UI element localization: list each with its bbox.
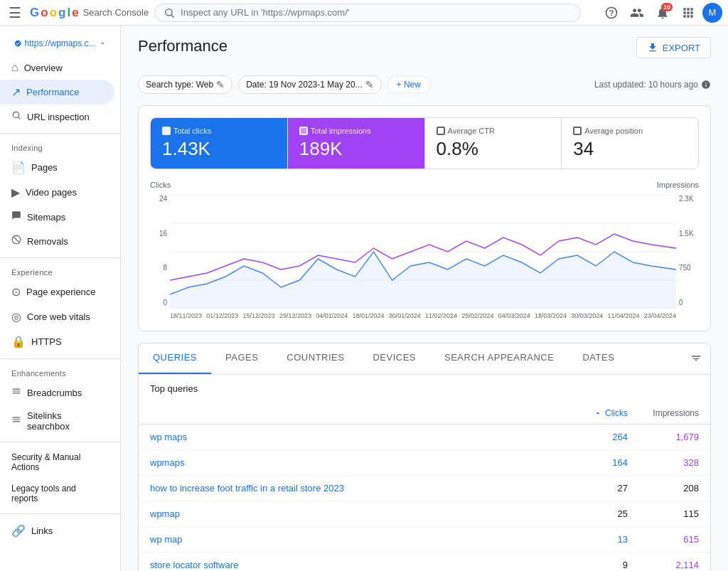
sidebar-item-page-experience[interactable]: ⊙ Page experience (0, 279, 114, 304)
table-section-title: Top queries (150, 383, 198, 394)
col-header-impressions[interactable]: Impressions (628, 408, 699, 418)
manage-users-icon-btn[interactable] (626, 1, 648, 24)
hamburger-icon[interactable]: ☰ (6, 1, 24, 24)
chart-clicks-label: Clicks (150, 181, 171, 189)
col-header-clicks[interactable]: Clicks (557, 408, 628, 418)
https-icon: 🔒 (11, 335, 26, 348)
sidebar-item-legacy[interactable]: Legacy tools and reports (0, 478, 114, 509)
tab-countries[interactable]: COUNTRIES (272, 343, 358, 374)
sidebar-item-overview[interactable]: ⌂ Overview (0, 55, 114, 80)
help-icon-btn[interactable]: ? (600, 1, 623, 24)
table-row: wpmap 25 115 (139, 501, 710, 527)
sidebar-label-performance: Performance (26, 87, 79, 97)
sidebar-item-pages[interactable]: 📄 Pages (0, 155, 114, 180)
tabs-row: QUERIES PAGES COUNTRIES DEVICES SEARCH A… (139, 343, 710, 375)
search-type-filter[interactable]: Search type: Web ✎ (138, 75, 232, 94)
sidebar-label-page-experience: Page experience (26, 287, 96, 297)
metrics-chart-container: Total clicks 1.43K Total impressions 189… (138, 105, 711, 331)
sidebar-item-sitelinks-searchbox[interactable]: Sitelinks searchbox (0, 405, 114, 437)
page-title: Performance (138, 37, 228, 55)
url-search-input[interactable] (181, 7, 572, 18)
metric-position-label-row: Average position (573, 127, 687, 135)
row-query[interactable]: wpmaps (150, 457, 557, 468)
site-url: https://wpmaps.c... (24, 38, 95, 48)
svg-point-4 (13, 112, 18, 117)
row-impressions: 208 (628, 483, 699, 493)
row-impressions: 1,679 (628, 432, 699, 442)
sidebar-item-url-inspection[interactable]: URL inspection (0, 105, 114, 129)
col-header-query (150, 408, 557, 418)
new-filter-button[interactable]: + New (387, 76, 430, 93)
metric-total-impressions[interactable]: Total impressions 189K (288, 118, 425, 169)
enhancements-section-label: Enhancements (0, 363, 120, 380)
main-content: Performance EXPORT Search type: Web ✎ Da… (121, 26, 728, 571)
sidebar-label-links: Links (31, 525, 53, 536)
page-header-row: Performance EXPORT (138, 37, 711, 70)
sidebar-label-https: HTTPS (31, 336, 62, 347)
filter-bar: Search type: Web ✎ Date: 19 Nov 2023-1 M… (138, 75, 711, 94)
export-button[interactable]: EXPORT (636, 37, 711, 58)
table-row: wp map 13 615 (139, 527, 710, 553)
indexing-section-label: Indexing (0, 138, 120, 155)
row-query[interactable]: store locator software (150, 560, 557, 570)
site-selector[interactable]: https://wpmaps.c... (6, 34, 114, 53)
sidebar-label-breadcrumbs: Breadcrumbs (27, 388, 82, 398)
chart-svg (170, 195, 676, 309)
nav-divider-3 (0, 358, 120, 359)
video-pages-icon: ▶ (11, 186, 20, 199)
date-range-filter[interactable]: Date: 19 Nov 2023-1 May 20... ✎ (238, 75, 381, 94)
row-clicks: 164 (557, 457, 628, 468)
row-clicks: 13 (557, 534, 628, 545)
sidebar-label-sitelinks-searchbox: Sitelinks searchbox (27, 410, 103, 432)
row-clicks: 27 (557, 483, 628, 493)
filter-icon-btn[interactable] (682, 343, 710, 374)
apps-icon-btn[interactable] (677, 1, 700, 24)
metric-clicks-value: 1.43K (162, 138, 276, 160)
sidebar-item-security[interactable]: Security & Manual Actions (0, 447, 114, 478)
new-filter-label: + New (397, 80, 421, 90)
sitelinks-icon (11, 415, 21, 427)
metric-avg-position[interactable]: Average position 34 (562, 118, 698, 169)
table-row: wp maps 264 1,679 (139, 425, 710, 450)
nav-divider-5 (0, 513, 120, 514)
col-clicks-text: Clicks (605, 408, 628, 418)
sidebar-item-links[interactable]: 🔗 Links (0, 518, 114, 543)
svg-line-7 (14, 237, 19, 242)
chart-header: Clicks Impressions (150, 181, 699, 189)
dropdown-arrow-icon (99, 39, 106, 48)
tab-pages[interactable]: PAGES (211, 343, 272, 374)
avatar[interactable]: M (702, 3, 722, 23)
sidebar-item-performance[interactable]: ↗ Performance (0, 80, 114, 105)
sidebar-item-sitemaps[interactable]: Sitemaps (0, 205, 114, 229)
sidebar-item-breadcrumbs[interactable]: Breadcrumbs (0, 380, 114, 405)
sidebar-label-removals: Removals (27, 236, 68, 247)
metric-total-clicks[interactable]: Total clicks 1.43K (151, 118, 288, 169)
metric-ctr-label-row: Average CTR (437, 127, 550, 135)
tab-search-appearance[interactable]: SEARCH APPEARANCE (430, 343, 568, 374)
tab-queries[interactable]: QUERIES (139, 343, 211, 374)
row-query[interactable]: wpmap (150, 508, 557, 519)
metric-impressions-label: Total impressions (311, 127, 371, 135)
sidebar-item-https[interactable]: 🔒 HTTPS (0, 329, 114, 354)
sidebar-item-core-web-vitals[interactable]: ◎ Core web vitals (0, 304, 114, 329)
row-query[interactable]: wp maps (150, 432, 557, 442)
row-query[interactable]: wp map (150, 534, 557, 545)
row-impressions: 2,114 (628, 560, 699, 570)
clicks-area (170, 252, 676, 309)
row-impressions: 615 (628, 534, 699, 545)
metric-avg-ctr[interactable]: Average CTR 0.8% (425, 118, 562, 169)
url-search-bar[interactable] (154, 4, 581, 22)
y-right-0: 0 (679, 299, 683, 306)
tab-dates[interactable]: DATES (568, 343, 628, 374)
row-query[interactable]: how to increase foot traffic in a retail… (150, 483, 557, 493)
row-clicks: 25 (557, 508, 628, 519)
tab-devices[interactable]: DEVICES (358, 343, 430, 374)
row-impressions: 115 (628, 508, 699, 519)
sidebar-item-video-pages[interactable]: ▶ Video pages (0, 180, 114, 205)
sidebar-item-removals[interactable]: Removals (0, 229, 114, 253)
notifications-icon-btn[interactable]: 10 (651, 1, 674, 24)
y-left-16: 16 (159, 230, 167, 238)
y-axis-left: 24 16 8 0 (150, 195, 167, 319)
metric-position-value: 34 (573, 138, 687, 160)
site-icon (14, 39, 21, 48)
